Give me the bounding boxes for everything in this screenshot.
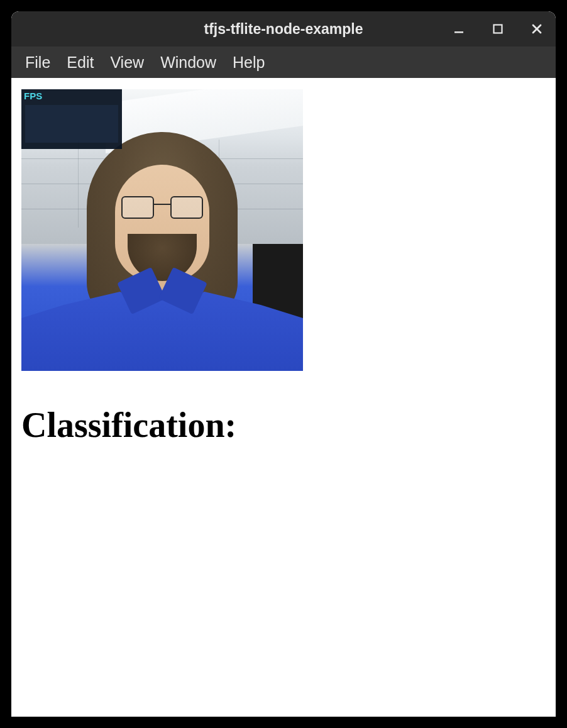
menu-file[interactable]: File — [19, 50, 57, 75]
webcam-area: FPS — [21, 89, 303, 371]
menu-edit[interactable]: Edit — [60, 50, 100, 75]
svg-rect-1 — [494, 25, 502, 33]
minimize-button[interactable] — [451, 21, 466, 36]
titlebar-controls — [451, 11, 544, 47]
fps-graph — [25, 105, 118, 143]
fps-label: FPS — [21, 89, 122, 102]
window-title: tfjs-tflite-node-example — [204, 21, 363, 38]
content-area: FPS Classification: — [11, 78, 556, 717]
menubar: File Edit View Window Help — [11, 47, 556, 78]
svg-rect-0 — [454, 31, 463, 33]
classification-heading: Classification: — [21, 405, 556, 445]
menu-window[interactable]: Window — [154, 50, 223, 75]
close-button[interactable] — [529, 21, 544, 36]
titlebar[interactable]: tfjs-tflite-node-example — [11, 11, 556, 47]
menu-help[interactable]: Help — [226, 50, 271, 75]
menu-view[interactable]: View — [104, 50, 150, 75]
maximize-button[interactable] — [490, 21, 505, 36]
app-window: tfjs-tflite-node-example File Edit View … — [11, 11, 556, 717]
fps-overlay: FPS — [21, 89, 122, 149]
